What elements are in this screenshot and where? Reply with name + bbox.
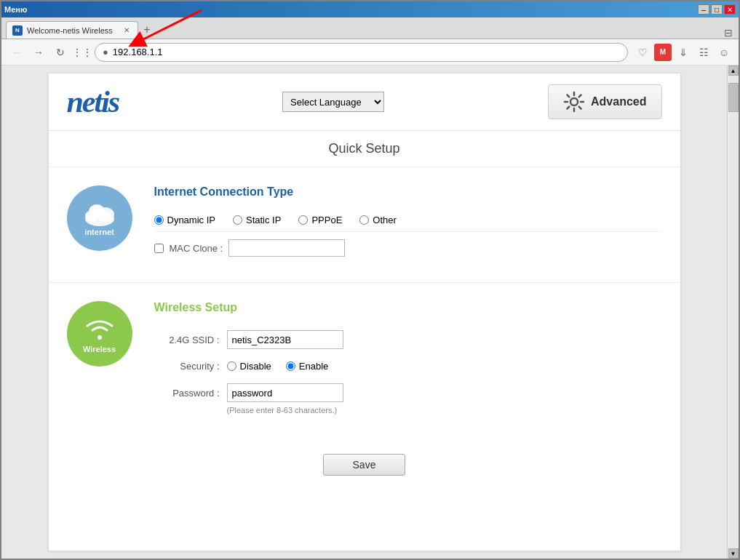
security-enable-radio[interactable] [286, 361, 295, 371]
new-tab-button[interactable]: + [138, 21, 156, 39]
internet-icon-container: internet [67, 185, 132, 264]
netis-logo: netis [67, 84, 119, 119]
svg-point-2 [570, 98, 578, 105]
page-area: netis Select Language English Chinese Fr… [1, 65, 739, 559]
lang-select-wrap: Select Language English Chinese French G… [282, 92, 384, 112]
reload-button[interactable]: ↻ [51, 43, 70, 62]
tab-favicon: N [12, 25, 23, 36]
security-row: Security : Disable Enable [154, 355, 662, 377]
ssid-label: 2.4G SSID : [154, 335, 227, 345]
scroll-track [728, 76, 739, 548]
connection-type-group: Dynamic IP Static IP PPPoE [154, 209, 662, 232]
window-frame: Меню – □ ✕ N Welcome-netis Wireless N ✕ … [0, 0, 740, 560]
password-hint: (Please enter 8-63 characters.) [227, 406, 338, 415]
maximize-button[interactable]: □ [711, 4, 723, 15]
apps-button[interactable]: ⋮⋮ [73, 43, 92, 62]
tabs-bar: N Welcome-netis Wireless N ✕ + ⊟ [1, 17, 739, 39]
password-input[interactable] [227, 383, 343, 402]
bookmark-icon[interactable]: ♡ [634, 44, 651, 61]
security-disable-label: Disable [240, 361, 271, 372]
browser-chrome: N Welcome-netis Wireless N ✕ + ⊟ ← → ↻ ⋮… [1, 17, 739, 559]
nav-right-icons: ♡ M ⇓ ☷ ☺ [634, 44, 733, 61]
tab-close-button[interactable]: ✕ [122, 25, 132, 36]
wireless-icon-container: Wireless [67, 301, 132, 421]
window-title: Меню [4, 5, 693, 14]
download-icon[interactable]: ⇓ [675, 44, 692, 61]
security-enable-option[interactable]: Enable [286, 361, 328, 372]
pppoe-radio[interactable] [298, 215, 308, 225]
security-disable-option[interactable]: Disable [227, 361, 271, 372]
svg-point-7 [98, 335, 102, 340]
internet-icon-circle: internet [67, 185, 132, 251]
password-hint-row: (Please enter 8-63 characters.) [227, 404, 338, 415]
password-input-row: Password : [154, 383, 343, 402]
cloud-icon [81, 200, 119, 228]
language-select[interactable]: Select Language English Chinese French G… [282, 92, 384, 112]
static-ip-label: Static IP [246, 215, 281, 225]
lock-icon: ● [103, 47, 108, 57]
scroll-down-button[interactable]: ▼ [728, 548, 739, 559]
apps-grid-icon[interactable]: ☷ [695, 44, 712, 61]
mac-clone-checkbox[interactable] [154, 244, 164, 253]
password-row: Password : (Please enter 8-63 characters… [154, 377, 662, 421]
dynamic-ip-label: Dynamic IP [167, 215, 215, 225]
mac-clone-input[interactable] [228, 239, 345, 257]
ssid-row: 2.4G SSID : [154, 324, 662, 355]
netis-header: netis Select Language English Chinese Fr… [49, 73, 680, 131]
address-bar[interactable]: ● [95, 43, 628, 62]
security-enable-label: Enable [299, 361, 328, 372]
extension-icon[interactable]: M [654, 44, 672, 61]
wireless-section: Wireless Wireless Setup 2.4G SSID : Secu… [49, 283, 680, 439]
profile-icon[interactable]: ☺ [715, 44, 733, 61]
gear-icon [563, 91, 585, 113]
security-disable-radio[interactable] [227, 361, 236, 371]
forward-button[interactable]: → [29, 43, 48, 62]
ssid-input[interactable] [227, 330, 343, 349]
advanced-button[interactable]: Advanced [548, 84, 661, 119]
internet-section-title: Internet Connection Type [154, 185, 662, 199]
scroll-up-button[interactable]: ▲ [728, 65, 739, 76]
router-page: netis Select Language English Chinese Fr… [48, 73, 681, 551]
dynamic-ip-radio[interactable] [154, 215, 164, 225]
cast-icon: ⊟ [724, 27, 733, 39]
save-section: Save [49, 439, 680, 490]
mac-clone-label: MAC Clone : [170, 243, 223, 254]
mac-clone-checkbox-label[interactable] [154, 244, 164, 253]
scrollbar[interactable]: ▲ ▼ [727, 65, 739, 559]
page-content: netis Select Language English Chinese Fr… [1, 65, 727, 559]
advanced-label: Advanced [591, 95, 646, 108]
static-ip-radio[interactable] [233, 215, 242, 225]
wireless-label: Wireless [83, 345, 116, 353]
back-button[interactable]: ← [7, 43, 26, 62]
close-button[interactable]: ✕ [724, 4, 736, 15]
wireless-content: Wireless Setup 2.4G SSID : Security : Di… [154, 301, 662, 421]
title-bar: Меню – □ ✕ [1, 1, 739, 17]
internet-label: internet [84, 228, 114, 236]
wireless-icon-circle: Wireless [67, 301, 132, 367]
svg-point-6 [89, 204, 105, 219]
other-label: Other [373, 215, 397, 225]
internet-content: Internet Connection Type Dynamic IP Stat… [154, 185, 662, 264]
scroll-thumb[interactable] [728, 83, 739, 112]
pppoe-option[interactable]: PPPoE [298, 215, 342, 225]
mac-clone-row: MAC Clone : [154, 232, 662, 264]
tab-title: Welcome-netis Wireless N [27, 26, 114, 35]
active-tab[interactable]: N Welcome-netis Wireless N ✕ [6, 21, 138, 39]
title-bar-buttons: – □ ✕ [698, 4, 736, 15]
wifi-icon [82, 314, 117, 340]
save-button[interactable]: Save [323, 454, 406, 476]
address-input[interactable] [113, 47, 620, 57]
security-label: Security : [154, 361, 227, 372]
minimize-button[interactable]: – [698, 4, 709, 15]
quick-setup-title: Quick Setup [49, 131, 680, 167]
other-option[interactable]: Other [359, 215, 397, 225]
internet-section: internet Internet Connection Type Dynami… [49, 167, 680, 283]
dynamic-ip-option[interactable]: Dynamic IP [154, 215, 215, 225]
tab-right-area: ⊟ [156, 27, 739, 39]
nav-bar: ← → ↻ ⋮⋮ ● ♡ [1, 39, 739, 65]
wireless-section-title: Wireless Setup [154, 301, 662, 314]
other-radio[interactable] [359, 215, 369, 225]
pppoe-label: PPPoE [311, 215, 342, 225]
static-ip-option[interactable]: Static IP [233, 215, 281, 225]
password-label: Password : [154, 388, 227, 399]
